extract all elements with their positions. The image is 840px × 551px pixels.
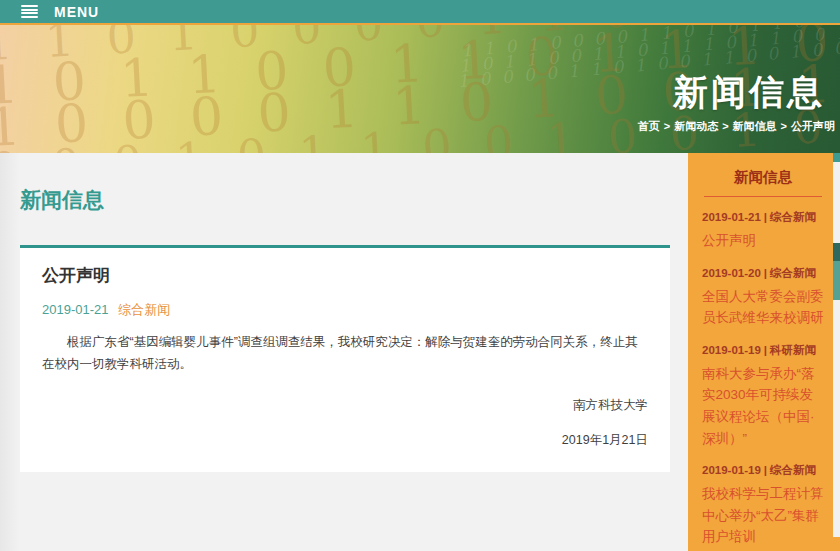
sidebar-title: 新闻信息 bbox=[702, 168, 824, 187]
scrollbar-track[interactable] bbox=[833, 153, 840, 537]
news-item-date: 2019-01-21|综合新闻 bbox=[702, 210, 824, 225]
article-signature: 南方科技大学 bbox=[573, 397, 648, 414]
section-title: 新闻信息 bbox=[20, 186, 670, 214]
breadcrumb-news-trends[interactable]: 新闻动态 bbox=[674, 120, 718, 132]
list-item: 2019-01-19|科研新闻 南科大参与承办“落实2030年可持续发展议程论坛… bbox=[702, 343, 824, 449]
scrollbar-top-cap bbox=[833, 153, 840, 162]
news-item-link[interactable]: 我校科学与工程计算中心举办“太乙”集群用户培训 bbox=[702, 483, 824, 548]
article-title: 公开声明 bbox=[42, 264, 648, 287]
hamburger-menu-icon[interactable] bbox=[21, 5, 38, 18]
news-item-date: 2019-01-19|综合新闻 bbox=[702, 463, 824, 478]
breadcrumb-separator: > bbox=[722, 120, 728, 132]
article-category-link[interactable]: 综合新闻 bbox=[118, 302, 170, 317]
article-meta: 2019-01-21 综合新闻 bbox=[42, 301, 648, 319]
news-item-link[interactable]: 公开声明 bbox=[702, 230, 824, 252]
article-body: 根据广东省“基因编辑婴儿事件”调查组调查结果，我校研究决定：解除与贺建奎的劳动合… bbox=[42, 332, 648, 376]
top-menu-bar: MENU bbox=[0, 0, 840, 23]
binary-pattern-decoration: 1 1 0 1 0 0 0 0 1 1 0 1 0 1 1 0 0 1 0 1 … bbox=[0, 25, 528, 153]
breadcrumb-home[interactable]: 首页 bbox=[638, 120, 660, 132]
news-item-date: 2019-01-19|科研新闻 bbox=[702, 343, 824, 358]
list-item: 2019-01-20|综合新闻 全国人大常委会副委员长武维华来校调研 bbox=[702, 266, 824, 329]
breadcrumb-separator: > bbox=[781, 120, 787, 132]
list-item: 2019-01-19|综合新闻 我校科学与工程计算中心举办“太乙”集群用户培训 bbox=[702, 463, 824, 548]
content-region: 新闻信息 公开声明 2019-01-21 综合新闻 根据广东省“基因编辑婴儿事件… bbox=[0, 153, 840, 551]
banner-title: 新闻信息 bbox=[673, 69, 825, 116]
news-item-link[interactable]: 全国人大常委会副委员长武维华来校调研 bbox=[702, 286, 824, 329]
news-sidebar: 新闻信息 2019-01-21|综合新闻 公开声明 2019-01-20|综合新… bbox=[688, 153, 840, 551]
sidebar-divider bbox=[704, 196, 822, 197]
breadcrumb-current-page[interactable]: 公开声明 bbox=[791, 120, 835, 132]
scrollbar-thumb[interactable] bbox=[833, 261, 840, 300]
news-item-date: 2019-01-20|综合新闻 bbox=[702, 266, 824, 281]
breadcrumb-news-info[interactable]: 新闻信息 bbox=[733, 120, 777, 132]
news-item-link[interactable]: 南科大参与承办“落实2030年可持续发展议程论坛（中国·深圳）” bbox=[702, 363, 824, 449]
list-item: 2019-01-21|综合新闻 公开声明 bbox=[702, 210, 824, 252]
scrollbar-thumb-top[interactable] bbox=[833, 243, 840, 261]
breadcrumb-separator: > bbox=[664, 120, 670, 132]
article-sign-date: 2019年1月21日 bbox=[562, 432, 648, 449]
main-column: 新闻信息 公开声明 2019-01-21 综合新闻 根据广东省“基因编辑婴儿事件… bbox=[20, 153, 670, 472]
breadcrumb: 首页>新闻动态>新闻信息>公开声明 bbox=[638, 119, 835, 134]
page-banner: 1 1 0 1 0 0 0 0 1 1 0 1 0 1 1 0 0 1 0 1 … bbox=[0, 25, 840, 153]
article-card: 公开声明 2019-01-21 综合新闻 根据广东省“基因编辑婴儿事件”调查组调… bbox=[20, 245, 670, 472]
menu-button[interactable]: MENU bbox=[54, 4, 99, 20]
article-date: 2019-01-21 bbox=[42, 302, 109, 317]
